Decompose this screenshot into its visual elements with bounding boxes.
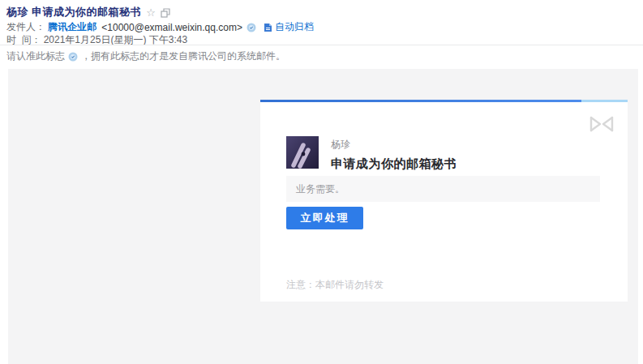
from-row: 发件人： 腾讯企业邮 <10000@exmail.weixin.qq.com> … xyxy=(6,20,314,34)
anti-fraud-notice: 请认准此标志 ，拥有此标志的才是发自腾讯公司的系统邮件。 xyxy=(6,49,285,63)
star-favorite-icon[interactable]: ☆ xyxy=(146,7,156,18)
from-label: 发件人： xyxy=(6,20,45,34)
subject-row: 杨珍 申请成为你的邮箱秘书 ☆ xyxy=(6,5,170,19)
open-in-new-window-icon[interactable] xyxy=(161,8,170,18)
handle-now-button[interactable]: 立即处理 xyxy=(286,207,363,229)
header-divider xyxy=(0,45,643,45)
avatar xyxy=(286,136,319,169)
do-not-forward-note: 注意：本邮件请勿转发 xyxy=(286,278,384,292)
request-title: 申请成为你的邮箱秘书 xyxy=(331,156,457,172)
archive-document-icon[interactable] xyxy=(264,23,272,32)
sender-email: <10000@exmail.weixin.qq.com> xyxy=(99,22,242,33)
notice-prefix: 请认准此标志 xyxy=(6,49,65,63)
applicant-name: 杨珍 xyxy=(331,138,457,152)
card-accent-line xyxy=(260,100,628,102)
exmail-logo-icon xyxy=(589,116,614,135)
mail-subject: 杨珍 申请成为你的邮箱秘书 xyxy=(6,5,141,19)
mail-reading-pane: 杨珍 申请成为你的邮箱秘书 ☆ 发件人： 腾讯企业邮 <10000@exmail… xyxy=(0,0,643,364)
secretary-request-card: 杨珍 申请成为你的邮箱秘书 业务需要。 立即处理 注意：本邮件请勿转发 xyxy=(260,100,628,302)
auto-archive-link[interactable]: 自动归档 xyxy=(275,20,314,34)
verified-badge-icon xyxy=(68,52,78,62)
applicant-block: 杨珍 申请成为你的邮箱秘书 xyxy=(286,136,457,172)
verified-badge-icon[interactable] xyxy=(246,23,256,32)
mail-body-panel: 杨珍 申请成为你的邮箱秘书 业务需要。 立即处理 注意：本邮件请勿转发 xyxy=(8,69,638,364)
notice-suffix: ，拥有此标志的才是发自腾讯公司的系统邮件。 xyxy=(81,49,285,63)
sender-name-link[interactable]: 腾讯企业邮 xyxy=(48,20,96,34)
request-message: 业务需要。 xyxy=(286,176,600,202)
